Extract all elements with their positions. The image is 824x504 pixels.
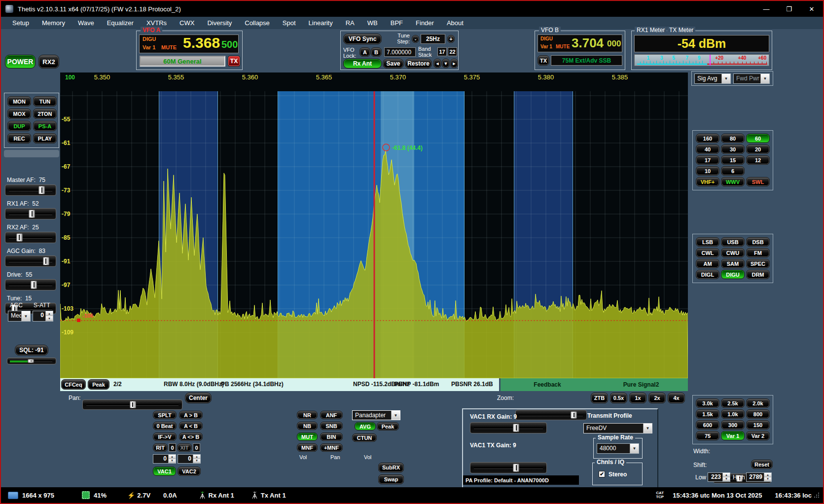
mode-button-spec[interactable]: SPEC xyxy=(746,259,770,268)
drive-slider[interactable] xyxy=(5,279,56,290)
master-af-slider[interactable] xyxy=(5,184,56,196)
ptt-button-mox[interactable]: MOX xyxy=(7,108,31,119)
mode-button-cwu[interactable]: CWU xyxy=(721,248,745,257)
chevron-down-icon[interactable]: ▼ xyxy=(643,424,652,433)
filter-button-600[interactable]: 600 xyxy=(696,420,719,430)
save-button[interactable]: Save xyxy=(383,59,404,69)
spin-down-icon[interactable]: ▼ xyxy=(46,316,53,321)
mode-button-fm[interactable]: FM xyxy=(746,248,770,257)
menu-item-ra[interactable]: RA xyxy=(339,18,361,28)
spin-up-icon[interactable]: ▲ xyxy=(169,455,176,459)
mode-button-dsb[interactable]: DSB xyxy=(746,237,770,247)
filter-button-var-2[interactable]: Var 2 xyxy=(746,431,770,440)
menu-item-setup[interactable]: Setup xyxy=(6,18,36,28)
vfo-lock-a-button[interactable]: A xyxy=(359,47,370,57)
mode-button-digu[interactable]: DIGU xyxy=(721,270,745,279)
chevron-down-icon[interactable]: ▼ xyxy=(630,444,639,453)
mode-button-cwl[interactable]: CWL xyxy=(696,248,719,257)
filter-high-stepper[interactable]: 2789 ▲▼ xyxy=(746,472,772,482)
menu-item-linearity[interactable]: Linearity xyxy=(302,18,339,28)
menu-item-wave[interactable]: Wave xyxy=(72,18,101,28)
dsp-button-anf[interactable]: ANF xyxy=(320,411,343,419)
menu-item-spot[interactable]: Spot xyxy=(276,18,302,28)
squelch-slider[interactable] xyxy=(7,358,56,364)
xfer-button-a-b[interactable]: A <> B xyxy=(179,432,203,441)
vfo-sync-button[interactable]: VFO Sync xyxy=(343,34,382,44)
filter-button-150[interactable]: 150 xyxy=(746,420,770,430)
filter-button-800[interactable]: 800 xyxy=(746,409,770,419)
band-button-30[interactable]: 30 xyxy=(721,144,745,154)
dsp-button-bin[interactable]: BIN xyxy=(320,432,343,441)
sig-avg-combo[interactable]: Sig Avg▼ xyxy=(694,73,731,84)
menu-item-wb[interactable]: WB xyxy=(361,18,384,28)
vac2-button[interactable]: VAC2 xyxy=(178,467,201,476)
filter-low-stepper[interactable]: 223 ▲▼ xyxy=(708,472,730,482)
dsp-button-nr[interactable]: NR xyxy=(297,411,318,419)
filter-button-var-1[interactable]: Var 1 xyxy=(721,431,745,440)
ptt-button-tun[interactable]: TUN xyxy=(33,96,57,107)
dsp-button-snb[interactable]: SNB xyxy=(320,422,343,430)
dsp-button-nb[interactable]: NB xyxy=(297,422,318,430)
zoom-preset-0-5x[interactable]: 0.5x xyxy=(610,393,627,403)
menu-item-cwx[interactable]: CWX xyxy=(173,18,201,28)
xit-stepper[interactable]: 0 ▲▼ xyxy=(178,454,201,464)
chevron-down-icon[interactable]: ▼ xyxy=(760,74,769,83)
ptt-button-play[interactable]: PLAY xyxy=(33,133,57,144)
vfo-b-display[interactable]: DIGU Var 1 MUTE 3.704 000 xyxy=(537,35,622,52)
vac-rx-gain-slider[interactable] xyxy=(470,422,547,433)
close-button[interactable]: ✕ xyxy=(800,1,823,17)
subrx-button[interactable]: SubRX xyxy=(378,463,404,472)
zoom-preset-ztb[interactable]: ZTB xyxy=(591,393,608,403)
vac-tx-gain-slider[interactable] xyxy=(470,462,547,473)
xit-button[interactable]: XIT xyxy=(177,443,192,452)
fwd-pwr-combo[interactable]: Fwd Pwr▼ xyxy=(733,73,770,84)
band-button-15[interactable]: 15 xyxy=(721,155,745,165)
vfo-a-display[interactable]: DIGU Var 1 MUTE 5.368 500 xyxy=(139,35,239,53)
menu-item-diversity[interactable]: Diversity xyxy=(201,18,238,28)
menu-item-bpf[interactable]: BPF xyxy=(384,18,409,28)
sample-rate-combo[interactable]: 48000▼ xyxy=(597,443,639,454)
xfer-button-a-b[interactable]: A > B xyxy=(179,411,203,419)
xit-value[interactable]: 0 xyxy=(193,443,200,452)
band-button-12[interactable]: 12 xyxy=(746,155,770,165)
zoom-preset-2x[interactable]: 2x xyxy=(648,393,666,403)
rx2-af-slider[interactable] xyxy=(5,232,56,243)
mode-button-usb[interactable]: USB xyxy=(721,237,745,247)
xfer-button-if-v[interactable]: IF->V xyxy=(153,432,177,441)
minimize-button[interactable]: — xyxy=(755,1,778,17)
band-button-40[interactable]: 40 xyxy=(696,144,719,154)
ptt-button-2ton[interactable]: 2TON xyxy=(33,108,57,119)
spin-up-icon[interactable]: ▲ xyxy=(193,455,200,459)
mode-button-lsb[interactable]: LSB xyxy=(696,237,719,247)
mode-button-sam[interactable]: SAM xyxy=(721,259,745,268)
avg-button[interactable]: AVG xyxy=(355,422,376,431)
band-button-160[interactable]: 160 xyxy=(696,134,719,143)
agc-mode-combo[interactable]: Med▼ xyxy=(8,311,31,322)
band-button-wwv[interactable]: WWV xyxy=(721,177,745,186)
band-button-10[interactable]: 10 xyxy=(696,166,719,176)
rit-stepper[interactable]: 0 ▲▼ xyxy=(153,454,176,464)
spin-down-icon[interactable]: ▼ xyxy=(169,459,176,464)
pan-slider[interactable] xyxy=(82,399,182,410)
xfer-button-splt[interactable]: SPLT xyxy=(153,411,177,419)
band-button-20[interactable]: 20 xyxy=(746,144,770,154)
xfer-button-a-b[interactable]: A < B xyxy=(179,422,203,430)
dsp-button-mnf[interactable]: MNF xyxy=(297,443,318,452)
ptt-button-rec[interactable]: REC xyxy=(7,133,31,144)
chevron-down-icon[interactable]: ▼ xyxy=(21,311,30,321)
band-button-6[interactable]: 6 xyxy=(721,166,745,176)
spin-up-icon[interactable]: ▲ xyxy=(764,473,771,477)
band-button-vhf[interactable]: VHF+ xyxy=(696,177,719,186)
swap-button[interactable]: Swap xyxy=(378,474,404,484)
band-button-80[interactable]: 80 xyxy=(721,134,745,143)
mode-button-am[interactable]: AM xyxy=(696,259,719,268)
feedback-label[interactable]: Feedback xyxy=(501,378,594,391)
spin-up-icon[interactable]: ▲ xyxy=(46,311,53,316)
band-stack-2[interactable]: 22 xyxy=(448,47,457,56)
rx2-button[interactable]: RX2 xyxy=(38,55,59,69)
band-down-button[interactable]: ▼ xyxy=(442,59,450,68)
rit-value[interactable]: 0 xyxy=(169,443,176,452)
peak-strip-button[interactable]: Peak xyxy=(88,379,109,390)
filter-button-300[interactable]: 300 xyxy=(721,420,745,430)
vfo-b-tx-button[interactable]: TX xyxy=(537,55,549,66)
